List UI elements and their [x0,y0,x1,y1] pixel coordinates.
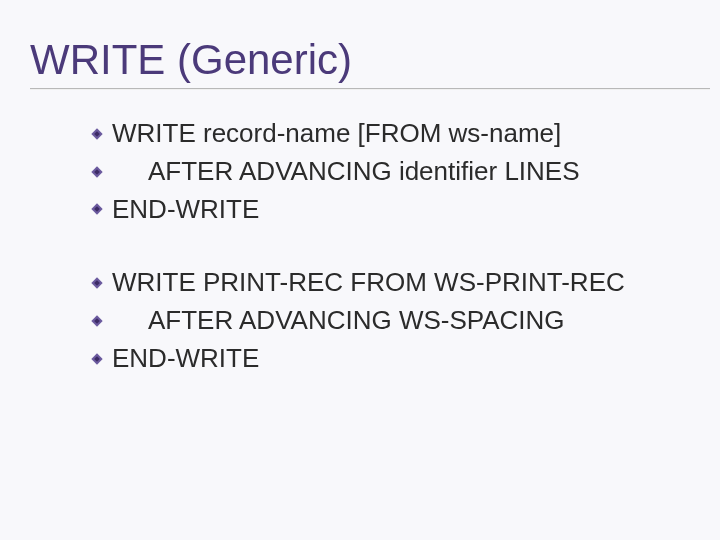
bullet-text: END-WRITE [112,193,259,227]
bullet-item: WRITE record-name [FROM ws-name] [90,117,690,151]
title-underline [30,88,710,89]
group-separator [90,230,690,266]
bullet-item: AFTER ADVANCING WS-SPACING [90,304,690,338]
bullet-text: WRITE record-name [FROM ws-name] [112,117,561,151]
diamond-bullet-icon [90,314,104,328]
slide-title: WRITE (Generic) [30,36,690,84]
diamond-bullet-icon [90,202,104,216]
bullet-text: END-WRITE [112,342,259,376]
bullet-text: AFTER ADVANCING identifier LINES [112,155,580,189]
bullet-item: END-WRITE [90,193,690,227]
bullet-item: WRITE PRINT-REC FROM WS-PRINT-REC [90,266,690,300]
diamond-bullet-icon [90,165,104,179]
bullet-text: WRITE PRINT-REC FROM WS-PRINT-REC [112,266,625,300]
bullet-item: END-WRITE [90,342,690,376]
diamond-bullet-icon [90,127,104,141]
slide-content: WRITE record-name [FROM ws-name] AFTER A… [30,117,690,376]
slide: WRITE (Generic) WRITE record-name [FROM … [0,0,720,540]
bullet-text: AFTER ADVANCING WS-SPACING [112,304,565,338]
diamond-bullet-icon [90,352,104,366]
bullet-item: AFTER ADVANCING identifier LINES [90,155,690,189]
diamond-bullet-icon [90,276,104,290]
